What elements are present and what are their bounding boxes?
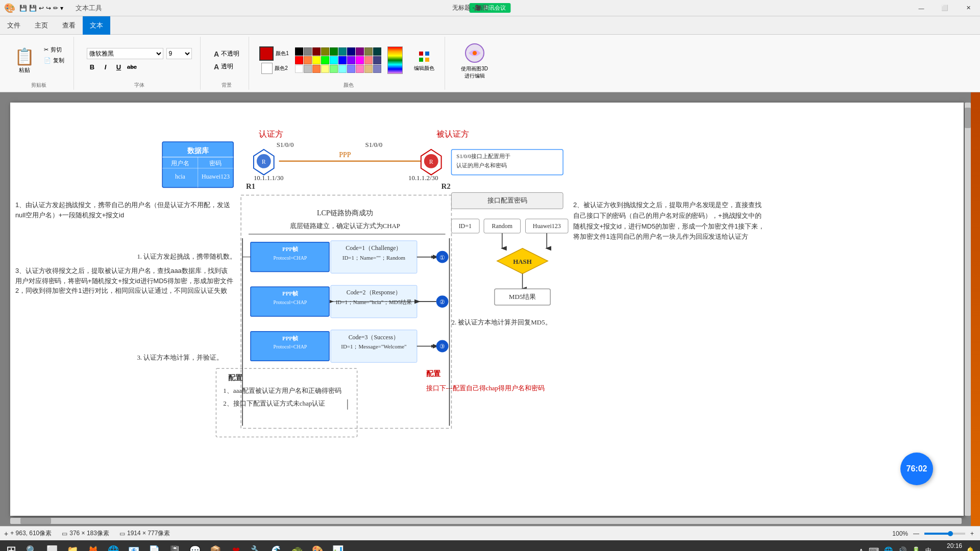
ribbon-group-font: 微软雅黑 9 B I U abc 剪贴板 字体 <box>78 37 201 90</box>
explorer-button[interactable]: 📁 <box>63 541 82 551</box>
save-icon[interactable]: 💾 <box>19 5 27 12</box>
opaque-button[interactable]: A 不透明 <box>211 48 242 59</box>
swatch-lightred[interactable] <box>364 56 373 64</box>
swatch-black[interactable] <box>295 47 303 56</box>
swatch-lightblue[interactable] <box>347 65 355 73</box>
swatch-white[interactable] <box>295 65 303 73</box>
edge-button[interactable]: 🌐 <box>104 541 122 551</box>
swatch-gray[interactable] <box>304 47 312 56</box>
swatch-darkyellow[interactable] <box>364 47 373 56</box>
swatch-lightyellow[interactable] <box>321 65 329 73</box>
maximize-button[interactable]: ⬜ <box>933 0 957 16</box>
color2-swatch[interactable] <box>261 63 273 74</box>
underline-button[interactable]: U <box>113 61 125 72</box>
search-button[interactable]: 🔍 <box>22 541 41 551</box>
swatch-magenta[interactable] <box>356 56 364 64</box>
paste-button[interactable]: 📋 粘贴 <box>10 45 39 76</box>
swatch-slate[interactable] <box>373 56 381 64</box>
save3-icon[interactable]: ▾ <box>60 5 63 12</box>
gradient-color-btn[interactable] <box>387 46 403 74</box>
undo-icon[interactable]: ↩ <box>39 5 44 12</box>
tray-battery[interactable]: 🔋 <box>910 546 922 551</box>
h-scrollbar[interactable] <box>10 518 962 524</box>
config-right-title: 配置 <box>426 370 440 378</box>
swatch-navy[interactable] <box>347 47 355 56</box>
tray-expand[interactable]: ∧ <box>857 546 865 551</box>
v-scrollbar[interactable] <box>965 103 971 516</box>
bold-button[interactable]: B <box>87 61 98 72</box>
tray-network[interactable]: 🌐 <box>883 546 894 551</box>
edit-colors-button[interactable]: 编辑颜色 <box>410 46 438 74</box>
color1-swatch[interactable] <box>259 46 274 61</box>
start-button[interactable]: ⊞ <box>2 541 20 551</box>
swatch-periwinkle[interactable] <box>373 65 381 73</box>
swatch-teal[interactable] <box>338 47 347 56</box>
h-scrollbar-thumb <box>20 518 51 524</box>
app8-button[interactable]: 🌊 <box>267 541 286 551</box>
edit-colors-icon <box>416 48 432 65</box>
swatch-lightgreen[interactable] <box>330 65 338 73</box>
menu-home[interactable]: 主页 <box>28 16 55 35</box>
menu-view[interactable]: 查看 <box>55 16 83 35</box>
swatch-lime[interactable] <box>321 56 329 64</box>
taskbar: ⊞ 🔍 ⬜ 📁 🦊 🌐 📧 📄 📓 💬 📦 ❤ 🔧 🌊 🐢 🎨 📊 ∧ ⌨ 🌐 … <box>0 540 980 551</box>
cut-button[interactable]: ✂ 剪切 <box>41 45 67 55</box>
quick-icon[interactable]: ✏ <box>53 5 58 12</box>
swatch-orange[interactable] <box>304 56 312 64</box>
transparent-button[interactable]: A 透明 <box>211 61 242 72</box>
zoom-minus[interactable]: — <box>911 530 921 537</box>
swatch-red[interactable] <box>295 56 303 64</box>
app11-button[interactable]: 📊 <box>329 541 347 551</box>
swatch-lightcyan[interactable] <box>338 65 347 73</box>
zoom-plus[interactable]: + <box>968 530 976 537</box>
swatch-orange2[interactable] <box>312 65 321 73</box>
tray-ime[interactable]: 中 <box>924 546 933 552</box>
swatch-tan[interactable] <box>364 65 373 73</box>
strikethrough-button[interactable]: abc <box>127 61 138 72</box>
onenote-button[interactable]: 📓 <box>165 541 184 551</box>
wechat-button[interactable]: 💬 <box>186 541 204 551</box>
swatch-purple[interactable] <box>356 47 364 56</box>
swatch-violet[interactable] <box>347 56 355 64</box>
menu-text[interactable]: 文本 <box>83 16 110 35</box>
app9-button[interactable]: 🐢 <box>288 541 306 551</box>
minimize-button[interactable]: — <box>910 0 933 16</box>
swatch-cyan[interactable] <box>330 56 338 64</box>
app7-button[interactable]: 🔧 <box>247 541 265 551</box>
swatch-green[interactable] <box>330 47 338 56</box>
save2-icon[interactable]: 💾 <box>29 5 37 12</box>
swatch-darkred[interactable] <box>312 47 321 56</box>
swatch-blue[interactable] <box>338 56 347 64</box>
menu-file[interactable]: 文件 <box>0 16 28 35</box>
copy-button[interactable]: 📄 复制 <box>41 56 67 65</box>
tray-volume[interactable]: 🔊 <box>896 546 908 551</box>
tencent-timer[interactable]: 76:02 <box>900 453 933 485</box>
tray-keyboard[interactable]: ⌨ <box>867 546 880 551</box>
swatch-silver[interactable] <box>304 65 312 73</box>
ribbon-group-3d: 使用画图3D进行编辑 <box>449 37 500 90</box>
scissors-icon: ✂ <box>44 46 48 53</box>
file-button[interactable]: 📄 <box>145 541 163 551</box>
swatch-pink[interactable] <box>356 65 364 73</box>
font-size-select[interactable]: 9 <box>166 48 192 59</box>
redo-icon[interactable]: ↪ <box>46 5 51 12</box>
font-family-select[interactable]: 微软雅黑 <box>87 48 163 59</box>
canvas-surface[interactable]: 认证方 被认证方 R S1/0/0 10.1.1.1/30 R1 PPP R S… <box>10 103 964 516</box>
browser-button[interactable]: 🦊 <box>84 541 102 551</box>
app10-button[interactable]: 🎨 <box>308 541 327 551</box>
ip-left-text: 10.1.1.1/30 <box>254 174 283 182</box>
swatch-olive[interactable] <box>321 47 329 56</box>
close-button[interactable]: ✕ <box>957 0 980 16</box>
italic-button[interactable]: I <box>100 61 111 72</box>
mail-button[interactable]: 📧 <box>125 541 143 551</box>
zoom-slider[interactable] <box>924 533 965 535</box>
app5-button[interactable]: 📦 <box>206 541 225 551</box>
swatch-yellow[interactable] <box>312 56 321 64</box>
ppp-f2-detail: ID=1；Name="hcia"；MD5结果 <box>336 299 412 305</box>
canvas-size-item: ▭ 1914 × 777像素 <box>119 529 170 538</box>
app6-button[interactable]: ❤ <box>227 541 245 551</box>
use-3d-button[interactable]: 使用画图3D进行编辑 <box>455 39 494 82</box>
swatch-darkgreen2[interactable] <box>373 47 381 56</box>
taskview-button[interactable]: ⬜ <box>43 541 61 551</box>
notification-icon[interactable]: 🔔 <box>964 546 976 551</box>
